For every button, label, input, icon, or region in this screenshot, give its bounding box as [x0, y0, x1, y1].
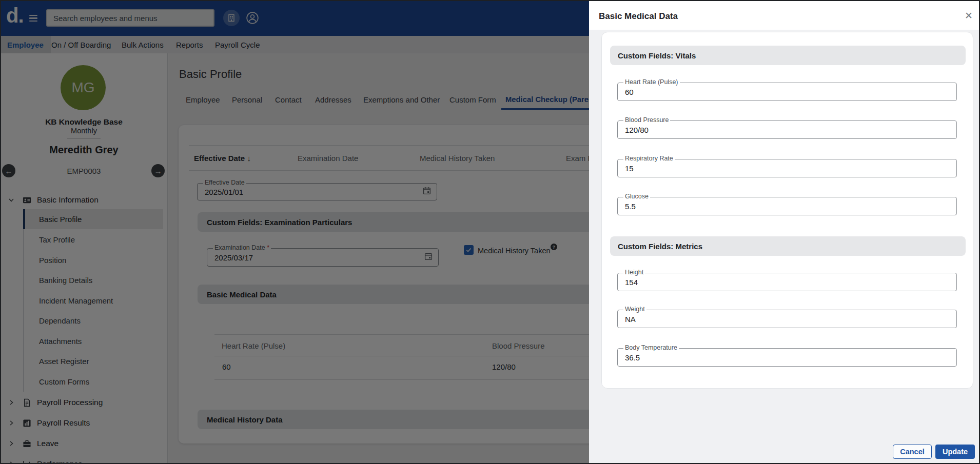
body-temperature-value: 36.5	[625, 353, 640, 362]
blood-pressure-value: 120/80	[625, 126, 649, 134]
drawer-section-vitals: Custom Fields: Vitals	[610, 46, 966, 65]
height-label: Height	[623, 269, 645, 276]
drawer-body: Custom Fields: Vitals Heart Rate (Pulse)…	[589, 30, 980, 464]
drawer-title: Basic Medical Data	[599, 11, 678, 22]
heart-rate-value: 60	[625, 88, 634, 96]
weight-field[interactable]: Weight NA	[617, 310, 957, 328]
glucose-field[interactable]: Glucose 5.5	[617, 197, 957, 215]
height-field[interactable]: Height 154	[617, 273, 957, 291]
height-value: 154	[625, 278, 638, 287]
respiratory-rate-field[interactable]: Respiratory Rate 15	[617, 159, 957, 177]
respiratory-rate-value: 15	[625, 164, 634, 173]
respiratory-rate-label: Respiratory Rate	[623, 155, 675, 162]
weight-value: NA	[625, 315, 636, 324]
body-temperature-field[interactable]: Body Temperature 36.5	[617, 348, 957, 367]
heart-rate-field[interactable]: Heart Rate (Pulse) 60	[617, 83, 957, 101]
blood-pressure-label: Blood Pressure	[623, 116, 670, 124]
weight-label: Weight	[623, 306, 646, 313]
drawer-form-panel: Custom Fields: Vitals Heart Rate (Pulse)…	[601, 32, 973, 389]
basic-medical-data-drawer: Basic Medical Data ✕ Custom Fields: Vita…	[589, 0, 980, 464]
drawer-section-metrics: Custom Fields: Metrics	[610, 236, 966, 256]
glucose-value: 5.5	[625, 202, 636, 211]
cancel-button[interactable]: Cancel	[893, 445, 932, 459]
close-icon[interactable]: ✕	[965, 10, 973, 22]
modal-backdrop[interactable]	[0, 0, 589, 464]
glucose-label: Glucose	[623, 193, 650, 200]
blood-pressure-field[interactable]: Blood Pressure 120/80	[617, 120, 957, 139]
app-window: d. Search employees and menus Employee O…	[0, 0, 980, 464]
heart-rate-label: Heart Rate (Pulse)	[623, 78, 680, 86]
body-temperature-label: Body Temperature	[623, 344, 679, 351]
update-button[interactable]: Update	[935, 445, 975, 459]
